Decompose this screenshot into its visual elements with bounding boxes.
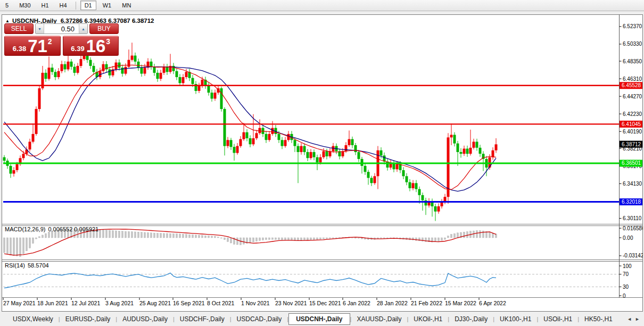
toolbar-divider bbox=[76, 2, 76, 10]
timeframe-button-5[interactable]: 5 bbox=[1, 1, 13, 10]
chart-tabs: USDX,Weekly|EURUSD-,Daily|AUDUSD-,Daily|… bbox=[7, 313, 623, 325]
macd-axis-label: 0.00 bbox=[623, 235, 633, 241]
date-axis-label: 16 Sep 2021 bbox=[173, 300, 205, 306]
rsi-axis-label: 30 bbox=[623, 284, 629, 290]
chart-canvas[interactable]: 6.523706.503306.483506.463106.442706.422… bbox=[2, 14, 643, 312]
rsi-axis-label: 100 bbox=[623, 263, 632, 269]
svg-text:6.38712: 6.38712 bbox=[622, 141, 641, 147]
tab-scroll-right-button[interactable]: ► bbox=[635, 316, 640, 322]
chart-tab-audusd-daily[interactable]: AUDUSD-,Daily bbox=[117, 314, 173, 324]
chart-tab-usdcnh-daily[interactable]: USDCNH-,Daily bbox=[288, 313, 350, 325]
price-badge: 6.41045 bbox=[620, 121, 642, 128]
sell-price-sup: 2 bbox=[48, 37, 52, 46]
price-badge: 6.36501 bbox=[620, 160, 642, 166]
date-axis-label: 3 Aug 2021 bbox=[105, 300, 134, 306]
sell-button[interactable]: SELL bbox=[4, 23, 34, 34]
price-axis-label: 6.52370 bbox=[623, 23, 642, 29]
chart-tab-usdchf-daily[interactable]: USDCHF-,Daily bbox=[175, 314, 230, 324]
price-axis-label: 6.34130 bbox=[623, 181, 642, 187]
price-badge: 6.45528 bbox=[620, 82, 642, 89]
svg-text:6.36501: 6.36501 bbox=[622, 160, 641, 166]
date-axis-label: 25 Aug 2021 bbox=[139, 300, 171, 306]
svg-text:6.45528: 6.45528 bbox=[622, 82, 641, 88]
price-axis-label: 6.48350 bbox=[623, 58, 642, 64]
price-axis-label: 6.40190 bbox=[623, 129, 642, 135]
sell-price-big: 71 bbox=[28, 39, 47, 54]
spread-increase-button[interactable]: ▲ bbox=[79, 24, 87, 34]
timeframe-toolbar: 5M30H1H4D1W1MN bbox=[0, 0, 644, 11]
date-axis-label: 6 Apr 2022 bbox=[479, 300, 506, 306]
tab-scroll-left-button[interactable]: ◄ bbox=[627, 316, 632, 322]
rsi-axis-label: 70 bbox=[623, 271, 629, 277]
chart-tab-hk50-h1[interactable]: HK50-,H1 bbox=[579, 314, 618, 324]
price-axis-label: 6.30110 bbox=[623, 215, 642, 221]
chart-tab-eurusd-daily[interactable]: EURUSD-,Daily bbox=[60, 314, 116, 324]
date-axis-label: 21 Feb 2022 bbox=[411, 300, 442, 306]
buy-price-big: 16 bbox=[86, 39, 106, 54]
buy-button[interactable]: BUY bbox=[89, 23, 119, 34]
date-axis-label: 23 Nov 2021 bbox=[275, 300, 307, 306]
date-axis-label: 15 Mar 2022 bbox=[445, 300, 476, 306]
price-axis-label: 6.50330 bbox=[623, 41, 642, 47]
sell-price-small: 6.38 bbox=[13, 45, 26, 53]
macd-axis-label: 0.016586 bbox=[623, 225, 643, 231]
chart-window: 6.523706.503306.483506.463106.442706.422… bbox=[2, 14, 643, 312]
rsi-label: RSI(14)58.5704 bbox=[5, 262, 49, 269]
one-click-trading-panel: SELL ▼ 0.50 ▲ BUY 6.38 71 2 6.39 16 3 bbox=[4, 23, 119, 56]
date-axis-label: 12 Jul 2021 bbox=[71, 300, 100, 306]
macd-indicator-name: MACD(12,26,9) bbox=[5, 226, 45, 232]
date-axis-label: 6 Jan 2022 bbox=[343, 300, 370, 306]
chart-tab-usdcad-daily[interactable]: USDCAD-,Daily bbox=[232, 314, 287, 324]
timeframe-button-w1[interactable]: W1 bbox=[98, 1, 116, 10]
date-axis-label: 27 May 2021 bbox=[3, 300, 36, 306]
price-axis-label: 6.46310 bbox=[623, 76, 642, 82]
tab-scroll-arrows: ◄ ► bbox=[623, 316, 644, 322]
spread-value-field[interactable]: 0.50 bbox=[44, 24, 79, 34]
trading-terminal: 5M30H1H4D1W1MN 6.523706.503306.483506.46… bbox=[0, 0, 644, 326]
macd-indicator-values: 0.006552 0.005921 bbox=[48, 226, 98, 232]
macd-axis-label: -0.031421 bbox=[623, 253, 643, 258]
date-axis-label: 18 Jun 2021 bbox=[37, 300, 68, 306]
timeframe-button-m30[interactable]: M30 bbox=[15, 1, 35, 10]
spread-stepper: ▼ 0.50 ▲ bbox=[35, 23, 88, 34]
date-axis-label: 28 Jan 2022 bbox=[377, 300, 408, 306]
sell-price-display[interactable]: 6.38 71 2 bbox=[4, 36, 61, 56]
rsi-indicator-name: RSI(14) bbox=[5, 262, 25, 269]
macd-label: MACD(12,26,9)0.006552 0.005921 bbox=[5, 226, 98, 232]
date-axis-label: 8 Oct 2021 bbox=[207, 300, 235, 306]
timeframe-button-h1[interactable]: H1 bbox=[37, 1, 53, 10]
chart-tab-usoil-h1[interactable]: USOil-,H1 bbox=[538, 314, 577, 324]
chart-tabbar: USDX,Weekly|EURUSD-,Daily|AUDUSD-,Daily|… bbox=[0, 312, 644, 326]
timeframe-button-d1[interactable]: D1 bbox=[80, 1, 96, 10]
chart-tab-ukoil-h1[interactable]: UKOil-,H1 bbox=[408, 314, 448, 324]
chart-tab-uk100-h1[interactable]: UK100-,H1 bbox=[494, 314, 536, 324]
price-badge: 6.38712 bbox=[620, 141, 642, 148]
buy-price-small: 6.39 bbox=[71, 45, 84, 53]
date-axis-label: 1 Nov 2021 bbox=[241, 300, 270, 306]
buy-price-display[interactable]: 6.39 16 3 bbox=[63, 36, 119, 56]
price-badge: 6.32018 bbox=[620, 198, 642, 205]
chart-tab-xauusd-daily[interactable]: XAUUSD-,Daily bbox=[351, 314, 407, 324]
rsi-indicator-value: 58.5704 bbox=[28, 262, 49, 269]
timeframe-button-mn[interactable]: MN bbox=[118, 1, 135, 10]
chart-tab-usdx-weekly[interactable]: USDX,Weekly bbox=[7, 314, 59, 324]
price-axis-label: 6.42230 bbox=[623, 111, 642, 117]
date-axis-label: 15 Dec 2021 bbox=[309, 300, 341, 306]
price-axis-label: 6.44270 bbox=[623, 94, 642, 99]
svg-text:6.32018: 6.32018 bbox=[622, 199, 641, 205]
timeframe-button-h4[interactable]: H4 bbox=[55, 1, 71, 10]
collapse-panel-icon[interactable]: ▲ bbox=[5, 19, 10, 23]
rsi-axis-label: 0 bbox=[623, 293, 626, 299]
buy-price-sup: 3 bbox=[106, 37, 110, 46]
svg-text:6.41045: 6.41045 bbox=[622, 121, 641, 127]
spread-decrease-button[interactable]: ▼ bbox=[36, 24, 44, 34]
chart-tab-dj30-daily[interactable]: DJ30-,Daily bbox=[449, 314, 493, 324]
